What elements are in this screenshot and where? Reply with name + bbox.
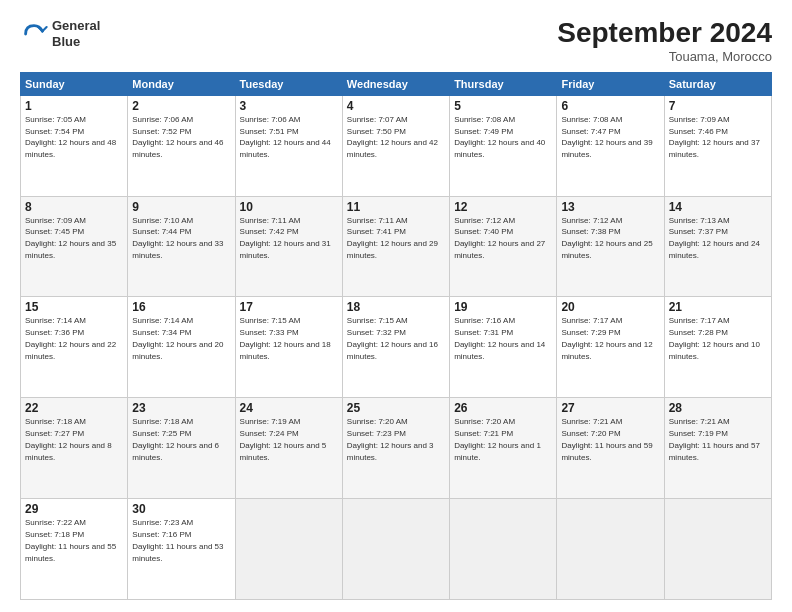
calendar-cell: 18Sunrise: 7:15 AMSunset: 7:32 PMDayligh… (342, 297, 449, 398)
calendar-cell: 26Sunrise: 7:20 AMSunset: 7:21 PMDayligh… (450, 398, 557, 499)
day-info: Sunrise: 7:12 AMSunset: 7:40 PMDaylight:… (454, 216, 545, 260)
day-info: Sunrise: 7:07 AMSunset: 7:50 PMDaylight:… (347, 115, 438, 159)
day-info: Sunrise: 7:11 AMSunset: 7:42 PMDaylight:… (240, 216, 331, 260)
day-number: 19 (454, 300, 552, 314)
calendar-cell: 9Sunrise: 7:10 AMSunset: 7:44 PMDaylight… (128, 196, 235, 297)
calendar-cell: 15Sunrise: 7:14 AMSunset: 7:36 PMDayligh… (21, 297, 128, 398)
calendar-cell: 21Sunrise: 7:17 AMSunset: 7:28 PMDayligh… (664, 297, 771, 398)
day-number: 6 (561, 99, 659, 113)
day-number: 16 (132, 300, 230, 314)
day-number: 24 (240, 401, 338, 415)
day-number: 1 (25, 99, 123, 113)
day-info: Sunrise: 7:15 AMSunset: 7:32 PMDaylight:… (347, 316, 438, 360)
day-number: 28 (669, 401, 767, 415)
logo-icon (20, 20, 48, 48)
day-number: 8 (25, 200, 123, 214)
calendar-cell: 20Sunrise: 7:17 AMSunset: 7:29 PMDayligh… (557, 297, 664, 398)
location: Touama, Morocco (557, 49, 772, 64)
day-number: 18 (347, 300, 445, 314)
day-number: 9 (132, 200, 230, 214)
day-info: Sunrise: 7:20 AMSunset: 7:23 PMDaylight:… (347, 417, 434, 461)
day-info: Sunrise: 7:23 AMSunset: 7:16 PMDaylight:… (132, 518, 223, 562)
day-info: Sunrise: 7:13 AMSunset: 7:37 PMDaylight:… (669, 216, 760, 260)
day-number: 3 (240, 99, 338, 113)
calendar-cell: 29Sunrise: 7:22 AMSunset: 7:18 PMDayligh… (21, 499, 128, 600)
day-info: Sunrise: 7:11 AMSunset: 7:41 PMDaylight:… (347, 216, 438, 260)
page: General Blue September 2024 Touama, Moro… (0, 0, 792, 612)
weekday-header: Wednesday (342, 72, 449, 95)
day-number: 5 (454, 99, 552, 113)
day-info: Sunrise: 7:15 AMSunset: 7:33 PMDaylight:… (240, 316, 331, 360)
calendar-cell (450, 499, 557, 600)
day-number: 2 (132, 99, 230, 113)
calendar-cell: 14Sunrise: 7:13 AMSunset: 7:37 PMDayligh… (664, 196, 771, 297)
day-info: Sunrise: 7:05 AMSunset: 7:54 PMDaylight:… (25, 115, 116, 159)
day-info: Sunrise: 7:17 AMSunset: 7:28 PMDaylight:… (669, 316, 760, 360)
logo: General Blue (20, 18, 100, 49)
calendar-cell: 5Sunrise: 7:08 AMSunset: 7:49 PMDaylight… (450, 95, 557, 196)
calendar-cell: 16Sunrise: 7:14 AMSunset: 7:34 PMDayligh… (128, 297, 235, 398)
day-number: 27 (561, 401, 659, 415)
calendar-cell: 24Sunrise: 7:19 AMSunset: 7:24 PMDayligh… (235, 398, 342, 499)
calendar-cell: 4Sunrise: 7:07 AMSunset: 7:50 PMDaylight… (342, 95, 449, 196)
day-number: 14 (669, 200, 767, 214)
day-info: Sunrise: 7:12 AMSunset: 7:38 PMDaylight:… (561, 216, 652, 260)
day-number: 22 (25, 401, 123, 415)
calendar-cell: 27Sunrise: 7:21 AMSunset: 7:20 PMDayligh… (557, 398, 664, 499)
day-info: Sunrise: 7:16 AMSunset: 7:31 PMDaylight:… (454, 316, 545, 360)
title-area: September 2024 Touama, Morocco (557, 18, 772, 64)
day-info: Sunrise: 7:14 AMSunset: 7:36 PMDaylight:… (25, 316, 116, 360)
calendar-cell: 6Sunrise: 7:08 AMSunset: 7:47 PMDaylight… (557, 95, 664, 196)
day-number: 20 (561, 300, 659, 314)
weekday-header: Sunday (21, 72, 128, 95)
header: General Blue September 2024 Touama, Moro… (20, 18, 772, 64)
calendar-table: SundayMondayTuesdayWednesdayThursdayFrid… (20, 72, 772, 600)
calendar-cell (235, 499, 342, 600)
calendar-cell (664, 499, 771, 600)
calendar-cell: 22Sunrise: 7:18 AMSunset: 7:27 PMDayligh… (21, 398, 128, 499)
calendar-cell: 30Sunrise: 7:23 AMSunset: 7:16 PMDayligh… (128, 499, 235, 600)
calendar-cell: 8Sunrise: 7:09 AMSunset: 7:45 PMDaylight… (21, 196, 128, 297)
day-info: Sunrise: 7:14 AMSunset: 7:34 PMDaylight:… (132, 316, 223, 360)
day-number: 12 (454, 200, 552, 214)
calendar-cell: 12Sunrise: 7:12 AMSunset: 7:40 PMDayligh… (450, 196, 557, 297)
calendar-cell: 10Sunrise: 7:11 AMSunset: 7:42 PMDayligh… (235, 196, 342, 297)
weekday-header: Friday (557, 72, 664, 95)
day-info: Sunrise: 7:09 AMSunset: 7:45 PMDaylight:… (25, 216, 116, 260)
day-number: 15 (25, 300, 123, 314)
day-number: 10 (240, 200, 338, 214)
day-info: Sunrise: 7:17 AMSunset: 7:29 PMDaylight:… (561, 316, 652, 360)
calendar-cell: 13Sunrise: 7:12 AMSunset: 7:38 PMDayligh… (557, 196, 664, 297)
day-number: 26 (454, 401, 552, 415)
calendar-cell: 2Sunrise: 7:06 AMSunset: 7:52 PMDaylight… (128, 95, 235, 196)
day-number: 4 (347, 99, 445, 113)
calendar-cell: 17Sunrise: 7:15 AMSunset: 7:33 PMDayligh… (235, 297, 342, 398)
weekday-header: Monday (128, 72, 235, 95)
day-number: 17 (240, 300, 338, 314)
day-info: Sunrise: 7:10 AMSunset: 7:44 PMDaylight:… (132, 216, 223, 260)
calendar-cell: 25Sunrise: 7:20 AMSunset: 7:23 PMDayligh… (342, 398, 449, 499)
day-number: 7 (669, 99, 767, 113)
day-info: Sunrise: 7:09 AMSunset: 7:46 PMDaylight:… (669, 115, 760, 159)
day-number: 30 (132, 502, 230, 516)
day-number: 29 (25, 502, 123, 516)
day-info: Sunrise: 7:21 AMSunset: 7:20 PMDaylight:… (561, 417, 652, 461)
weekday-header: Thursday (450, 72, 557, 95)
day-number: 13 (561, 200, 659, 214)
day-info: Sunrise: 7:19 AMSunset: 7:24 PMDaylight:… (240, 417, 327, 461)
logo-text: General Blue (52, 18, 100, 49)
calendar-cell: 7Sunrise: 7:09 AMSunset: 7:46 PMDaylight… (664, 95, 771, 196)
day-number: 11 (347, 200, 445, 214)
day-info: Sunrise: 7:18 AMSunset: 7:27 PMDaylight:… (25, 417, 112, 461)
calendar-cell: 11Sunrise: 7:11 AMSunset: 7:41 PMDayligh… (342, 196, 449, 297)
day-number: 21 (669, 300, 767, 314)
calendar-cell: 1Sunrise: 7:05 AMSunset: 7:54 PMDaylight… (21, 95, 128, 196)
calendar-cell: 3Sunrise: 7:06 AMSunset: 7:51 PMDaylight… (235, 95, 342, 196)
weekday-header: Tuesday (235, 72, 342, 95)
day-number: 25 (347, 401, 445, 415)
calendar-cell: 19Sunrise: 7:16 AMSunset: 7:31 PMDayligh… (450, 297, 557, 398)
weekday-header: Saturday (664, 72, 771, 95)
calendar-cell (557, 499, 664, 600)
day-info: Sunrise: 7:20 AMSunset: 7:21 PMDaylight:… (454, 417, 541, 461)
calendar-cell (342, 499, 449, 600)
